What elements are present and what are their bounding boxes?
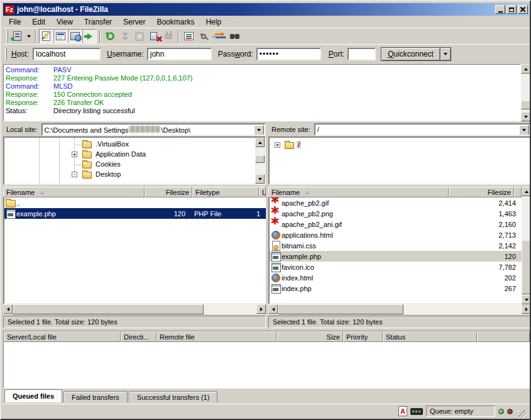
scroll-up-button[interactable] (255, 138, 265, 147)
menu-edit[interactable]: Edit (26, 17, 51, 27)
file-row[interactable]: favicon.ico 7,782 (270, 262, 522, 272)
disconnect-button[interactable] (146, 29, 161, 43)
quickconnect-dropdown[interactable] (441, 47, 451, 61)
menu-transfer[interactable]: Transfer (79, 17, 118, 27)
file-row[interactable]: index.php 267 (270, 283, 522, 294)
tree-item-cookies[interactable]: Cookies (4, 160, 265, 170)
quickconnect-bar: Host: Username: Password: Port: Quickcon… (3, 44, 529, 63)
tab-queued-files[interactable]: Queued files (4, 389, 62, 402)
tree-item-application-data[interactable]: + Application Data (4, 150, 265, 160)
scrollbar-thumb[interactable] (521, 101, 530, 109)
port-input[interactable] (348, 48, 376, 60)
menu-bookmarks[interactable]: Bookmarks (151, 17, 200, 27)
chevron-down-icon (522, 129, 526, 131)
file-row-example-php[interactable]: example.php 120 PHP File 1 (4, 208, 266, 219)
tree-expander[interactable]: + (275, 142, 280, 148)
username-input[interactable] (147, 48, 212, 60)
column-last-modified[interactable]: L (259, 187, 266, 197)
remote-list-hscrollbar[interactable] (268, 304, 531, 314)
file-row-parent-dir[interactable]: .. (4, 197, 266, 208)
activity-led-red-icon (507, 409, 513, 414)
remote-path: / (317, 126, 319, 133)
log-scrollbar[interactable] (521, 64, 530, 121)
file-row[interactable]: bitnami.css 2,142 (270, 240, 522, 251)
file-row[interactable]: apache_pb2.gif 2,414 (270, 197, 522, 208)
scrollbar-thumb[interactable] (255, 155, 265, 163)
file-row[interactable]: apache_pb2.png 1,463 (270, 208, 522, 219)
local-tree-scrollbar[interactable] (255, 138, 265, 184)
tab-failed-transfers[interactable]: Failed transfers (63, 391, 128, 402)
column-direction[interactable]: Directi... (121, 331, 156, 342)
file-row[interactable]: index.html 202 (270, 272, 522, 283)
tree-item-virtualbox[interactable]: .VirtualBox (4, 140, 265, 150)
menu-file[interactable]: File (3, 17, 26, 27)
cancel-operation-button[interactable] (132, 29, 146, 43)
window-title: john@localhost - FileZilla (17, 5, 495, 14)
maximize-button[interactable] (506, 5, 517, 14)
scrollbar-thumb[interactable] (13, 304, 204, 314)
toggle-local-tree-button[interactable] (53, 29, 68, 43)
local-list-hscrollbar[interactable] (3, 304, 266, 314)
toggle-remote-tree-button[interactable] (68, 29, 82, 43)
tab-successful-transfers[interactable]: Successful transfers (1) (129, 391, 218, 402)
minimize-button[interactable] (495, 5, 505, 14)
reconnect-button[interactable] (161, 29, 175, 43)
column-filename[interactable]: Filename (3, 187, 145, 197)
tree-item-root[interactable]: + / (270, 140, 530, 150)
local-list-header: Filename Filesize Filetype L (3, 187, 266, 197)
remote-list-scrollbar[interactable] (522, 187, 531, 304)
toggle-queue-button[interactable] (82, 29, 97, 43)
scroll-left-button[interactable] (3, 304, 13, 314)
close-button[interactable] (518, 5, 528, 14)
column-remote-file[interactable]: Remote file (156, 331, 276, 342)
column-priority[interactable]: Priority (343, 331, 383, 342)
column-size[interactable]: Size (276, 331, 343, 342)
scroll-up-button[interactable] (521, 64, 530, 74)
password-input[interactable] (256, 48, 321, 60)
toggle-log-button[interactable] (39, 29, 53, 43)
directory-comparison-button[interactable] (196, 29, 211, 43)
file-row[interactable]: applications.html 2,713 (270, 229, 522, 240)
column-filename[interactable]: Filename (268, 187, 449, 197)
scroll-right-button[interactable] (522, 304, 531, 314)
scroll-down-button[interactable] (255, 174, 265, 184)
disconnect-icon (150, 32, 157, 40)
file-row-selected[interactable]: example.php 120 (270, 251, 522, 262)
local-site-combo[interactable]: C:\Documents and Settings\Desktop\ (41, 123, 266, 136)
synchronized-browsing-button[interactable] (211, 29, 225, 43)
host-input[interactable] (33, 48, 101, 60)
file-row[interactable]: apache_pb2_ani.gif 2,160 (270, 219, 522, 229)
menu-view[interactable]: View (51, 17, 79, 27)
column-server-local-file[interactable]: Server/Local file (4, 331, 121, 342)
resize-grip[interactable] (518, 410, 527, 418)
local-site-dropdown[interactable] (254, 125, 264, 135)
remote-site-dropdown[interactable] (519, 125, 529, 135)
scrollbar-thumb[interactable] (522, 240, 531, 294)
scroll-left-button[interactable] (268, 304, 278, 314)
scrollbar-thumb[interactable] (278, 304, 403, 314)
quickconnect-button[interactable]: Quickconnect (381, 47, 441, 61)
column-status[interactable]: Status (383, 331, 477, 342)
column-filesize[interactable]: Filesize (449, 187, 514, 197)
menu-server[interactable]: Server (118, 17, 151, 27)
title-bar[interactable]: Fz john@localhost - FileZilla (3, 3, 529, 16)
site-manager-dropdown[interactable] (25, 29, 33, 43)
filter-button[interactable] (182, 29, 196, 43)
scroll-up-button[interactable] (522, 187, 531, 196)
scroll-down-button[interactable] (522, 295, 531, 304)
site-manager-button[interactable] (10, 29, 25, 43)
column-filesize[interactable]: Filesize (145, 187, 192, 197)
scroll-down-button[interactable] (521, 112, 530, 121)
tree-expander[interactable]: + (72, 152, 77, 157)
remote-site-combo[interactable]: / (314, 123, 531, 136)
menu-help[interactable]: Help (200, 17, 227, 27)
find-files-button[interactable] (225, 29, 239, 43)
refresh-button[interactable] (103, 29, 118, 43)
filezilla-window: Fz john@localhost - FileZilla File Edit … (0, 0, 531, 420)
local-tree: .VirtualBox + Application Data Cookies -… (3, 136, 266, 185)
process-queue-button[interactable] (118, 29, 132, 43)
tree-expander[interactable]: - (72, 172, 77, 177)
scroll-right-button[interactable] (256, 304, 266, 314)
column-filetype[interactable]: Filetype (192, 187, 259, 197)
tree-item-desktop[interactable]: - Desktop (4, 170, 265, 180)
